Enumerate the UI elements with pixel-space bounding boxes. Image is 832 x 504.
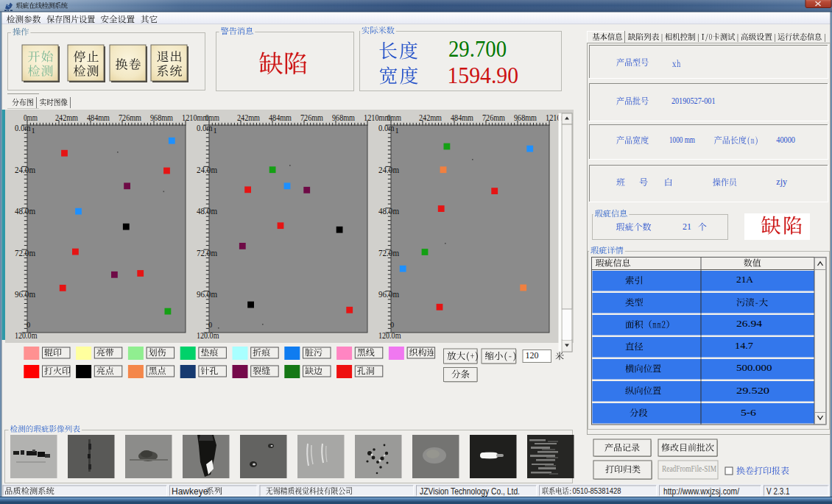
svg-text:0: 0 — [208, 321, 212, 329]
svg-text:242mm: 242mm — [55, 113, 78, 122]
svg-text:1: 1 — [214, 127, 217, 135]
svg-text:120.0m: 120.0m — [378, 331, 401, 340]
svg-text:96.0m: 96.0m — [378, 290, 399, 299]
svg-text:72.0m: 72.0m — [15, 249, 35, 258]
svg-text:0mm: 0mm — [387, 113, 401, 122]
svg-text:0: 0 — [390, 321, 394, 329]
svg-text:726mm: 726mm — [482, 113, 505, 122]
svg-text:21A: 21A — [736, 274, 753, 285]
svg-text:21: 21 — [683, 221, 691, 232]
svg-text:V 2.3.1: V 2.3.1 — [766, 486, 790, 497]
svg-text:96.0m: 96.0m — [197, 290, 217, 299]
svg-text:48.0m: 48.0m — [378, 207, 399, 216]
svg-text:0.0m: 0.0m — [197, 124, 213, 132]
svg-text:20190527-001: 20190527-001 — [671, 96, 716, 106]
svg-text:ReadFromFile-SIM: ReadFromFile-SIM — [662, 464, 716, 473]
svg-text:96.0m: 96.0m — [15, 290, 35, 299]
svg-text:968mm: 968mm — [332, 113, 355, 122]
svg-text:72.0m: 72.0m — [378, 249, 399, 258]
svg-text:484mm: 484mm — [87, 113, 110, 122]
svg-text:242mm: 242mm — [237, 113, 260, 122]
svg-text:zjy: zjy — [776, 177, 787, 187]
svg-text:726mm: 726mm — [300, 113, 323, 122]
svg-text:http://www.wxjzsj.com/: http://www.wxjzsj.com/ — [663, 486, 740, 497]
svg-text:29.700: 29.700 — [448, 36, 507, 62]
svg-text:1: 1 — [32, 127, 35, 135]
svg-text:0mm: 0mm — [205, 113, 219, 122]
svg-text:0.0m: 0.0m — [378, 124, 395, 132]
svg-text:500.000: 500.000 — [736, 363, 772, 373]
svg-text:120: 120 — [526, 350, 539, 361]
svg-text:968mm: 968mm — [514, 113, 537, 122]
svg-text:24.0m: 24.0m — [197, 166, 217, 174]
svg-text:1000 mm: 1000 mm — [669, 135, 695, 145]
svg-text:1594.90: 1594.90 — [448, 63, 519, 88]
svg-text:40000: 40000 — [776, 135, 795, 145]
svg-text:26.94: 26.94 — [736, 319, 763, 329]
svg-text:24.0m: 24.0m — [378, 166, 399, 174]
svg-text:48.0m: 48.0m — [197, 207, 217, 216]
svg-text:1: 1 — [395, 127, 399, 135]
svg-text:120.0m: 120.0m — [15, 331, 38, 340]
svg-text:0: 0 — [27, 321, 30, 329]
svg-text:242mm: 242mm — [419, 113, 442, 122]
svg-text:726mm: 726mm — [119, 113, 141, 122]
svg-text:0510-85381428: 0510-85381428 — [573, 486, 621, 495]
svg-text:48.0m: 48.0m — [15, 207, 35, 216]
svg-text:0.0m: 0.0m — [15, 124, 31, 132]
svg-text:484mm: 484mm — [451, 113, 473, 122]
svg-text:120.0m: 120.0m — [197, 331, 219, 340]
svg-text:0mm: 0mm — [24, 113, 38, 122]
svg-text:29.520: 29.520 — [736, 386, 769, 396]
svg-text:968mm: 968mm — [150, 113, 173, 122]
svg-text:24.0m: 24.0m — [15, 166, 35, 174]
svg-text:JZVision Technology Co., Ltd.: JZVision Technology Co., Ltd. — [420, 486, 520, 497]
svg-text:5-6: 5-6 — [741, 408, 756, 418]
svg-text:14.7: 14.7 — [735, 341, 753, 351]
svg-text:484mm: 484mm — [269, 113, 292, 122]
svg-text:Hawkeye: Hawkeye — [172, 486, 208, 497]
svg-text:72.0m: 72.0m — [197, 249, 217, 258]
